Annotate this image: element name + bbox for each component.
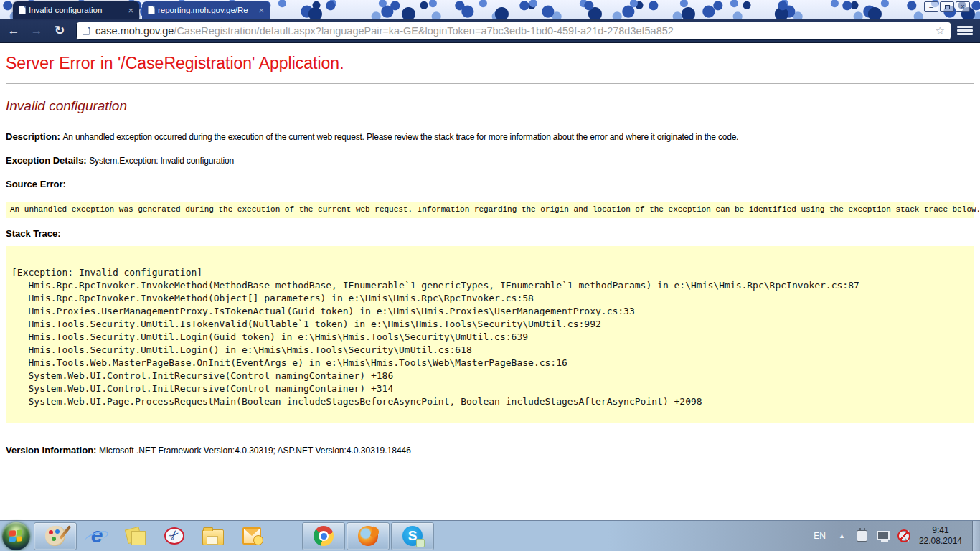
snipping-tool-icon [164, 527, 184, 545]
taskbar-item-windows-explorer[interactable] [194, 522, 232, 550]
exception-details-text: System.Exception: Invalid configuration [89, 156, 234, 166]
bookmark-star-icon[interactable]: ☆ [936, 24, 945, 37]
tab-title: Invalid configuration [29, 6, 125, 14]
taskbar-item-firefox[interactable] [347, 522, 390, 550]
divider [6, 83, 974, 84]
taskbar: e S EN ▲ 9:41 22.08.2014 [0, 520, 980, 551]
tab-reporting-moh-gov-ge[interactable]: reporting.moh.gov.ge/Re × [142, 1, 270, 19]
language-indicator[interactable]: EN [814, 531, 826, 541]
address-bar[interactable]: case.moh.gov.ge/CaseRegistration/default… [76, 22, 951, 40]
clock-time: 9:41 [919, 525, 962, 536]
page-title: Server Error in '/CaseRegistration' Appl… [6, 54, 974, 73]
windows-logo-icon [9, 529, 22, 542]
stack-trace-box: [Exception: Invalid configuration] Hmis.… [6, 246, 974, 423]
taskbar-item-internet-explorer[interactable]: e [78, 522, 116, 550]
clock[interactable]: 9:41 22.08.2014 [919, 525, 962, 547]
minimize-button[interactable]: – [924, 1, 938, 12]
exception-subtitle: Invalid configuration [6, 98, 974, 114]
clock-date: 22.08.2014 [919, 536, 962, 547]
outlook-icon [242, 527, 261, 545]
version-information-label: Version Information: [6, 445, 99, 456]
power-plug-icon[interactable] [857, 530, 867, 542]
browser-toolbar: ← → ↻ case.moh.gov.ge/CaseRegistration/d… [0, 19, 980, 43]
system-tray: EN ▲ 9:41 22.08.2014 [814, 521, 980, 551]
tab-close-icon[interactable]: × [258, 6, 264, 15]
error-page: Server Error in '/CaseRegistration' Appl… [0, 44, 980, 520]
version-information-text: Microsoft .NET Framework Version:4.0.303… [99, 446, 411, 456]
folder-icon [202, 529, 224, 545]
back-button[interactable]: ← [4, 24, 23, 38]
taskbar-item-chrome[interactable] [302, 522, 345, 550]
divider [6, 433, 974, 433]
browser-titlebar: Invalid configuration × reporting.moh.go… [0, 0, 980, 19]
forward-button[interactable]: → [27, 24, 46, 38]
tab-close-icon[interactable]: × [128, 6, 133, 15]
page-favicon-icon [19, 6, 26, 14]
url-text[interactable]: case.moh.gov.ge/CaseRegistration/default… [95, 25, 931, 37]
reload-button[interactable]: ↻ [50, 23, 69, 38]
description-text: An unhandled exception occurred during t… [62, 132, 738, 142]
page-favicon-icon [148, 6, 155, 14]
paint-icon [45, 526, 65, 546]
show-hidden-icons-icon[interactable]: ▲ [839, 532, 845, 540]
tab-title: reporting.moh.gov.ge/Re [158, 6, 255, 14]
start-button[interactable] [2, 522, 30, 550]
url-path: /CaseRegistration/default.aspx?languageP… [174, 25, 674, 37]
window-controls: – × [924, 1, 970, 12]
sticky-notes-icon [126, 527, 145, 545]
chrome-menu-icon[interactable] [957, 26, 973, 35]
taskbar-item-snipping-tool[interactable] [156, 522, 193, 550]
description-label: Description: [6, 131, 62, 142]
internet-explorer-icon: e [86, 526, 108, 546]
source-error-box: An unhandled exception was generated dur… [6, 202, 974, 218]
show-desktop-button[interactable] [972, 521, 980, 551]
url-host: case.moh.gov.ge [95, 25, 174, 37]
exception-details-label: Exception Details: [6, 155, 89, 166]
taskbar-item-skype[interactable]: S [391, 522, 434, 550]
close-button[interactable]: × [956, 1, 970, 12]
chrome-icon [314, 526, 334, 546]
taskbar-item-sticky-notes[interactable] [117, 522, 154, 550]
version-information-line: Version Information: Microsoft .NET Fram… [6, 445, 974, 456]
volume-muted-icon[interactable] [899, 532, 905, 540]
stack-trace-label: Stack Trace: [6, 228, 974, 239]
skype-icon: S [402, 526, 423, 546]
maximize-button[interactable] [940, 1, 954, 12]
taskbar-item-outlook[interactable] [233, 522, 270, 550]
firefox-icon [358, 526, 378, 546]
tab-invalid-configuration[interactable]: Invalid configuration × [13, 1, 139, 19]
description-line: Description: An unhandled exception occu… [6, 131, 974, 142]
maximize-icon [945, 5, 950, 9]
network-icon[interactable] [877, 531, 890, 540]
exception-details-line: Exception Details: System.Exception: Inv… [6, 155, 974, 166]
page-icon [83, 27, 90, 35]
taskbar-item-paint[interactable] [34, 522, 77, 550]
source-error-label: Source Error: [6, 179, 974, 189]
